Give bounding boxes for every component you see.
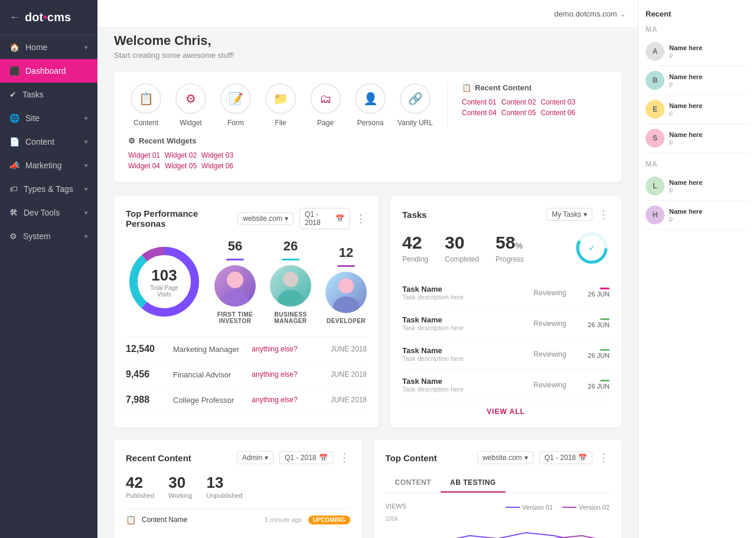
sidebar-item-tasks[interactable]: ✔ Tasks (0, 83, 97, 106)
tasks-filter-my-tasks[interactable]: My Tasks ▾ (546, 208, 592, 221)
donut-total: 103 (145, 266, 184, 284)
recent-content-menu-icon[interactable]: ⋮ (339, 451, 350, 464)
recent-content-card-header: Recent Content Admin ▾ Q1 - 2018 📅 ⋮ (126, 451, 350, 464)
list-item[interactable]: S Name here p (646, 124, 749, 153)
recent-content-links-2: Content 04 Content 05 Content 06 (462, 109, 575, 117)
recent-widget-01[interactable]: Widget 01 (128, 151, 160, 159)
sidebar-item-devtools[interactable]: 🛠 Dev Tools ▾ (0, 201, 97, 224)
calendar-icon: 📅 (578, 454, 587, 462)
qa-page-label: Page (317, 119, 334, 127)
recent-content-03[interactable]: Content 03 (540, 98, 575, 106)
task-item-2: Task Name Task description here Reviewin… (402, 339, 610, 370)
recent-widgets-links-2: Widget 04 Widget 05 Widget 06 (128, 162, 233, 170)
sidebar-item-dashboard[interactable]: ⬛ Dashboard (0, 59, 97, 83)
personas-menu-icon[interactable]: ⋮ (356, 212, 367, 225)
recent-widget-03[interactable]: Widget 03 (201, 151, 233, 159)
recent-content-filter-period[interactable]: Q1 - 2018 📅 (279, 451, 333, 464)
sidebar-item-content[interactable]: 📄 Content ▾ (0, 130, 97, 154)
persona-row-action-2[interactable]: anything else? (252, 396, 330, 404)
persona-bars: 56 First Time Investor 26 (214, 239, 367, 324)
persona-row-num-2: 7,988 (126, 394, 173, 405)
task-indicator-1 (600, 318, 610, 320)
sidebar-item-site[interactable]: 🌐 Site ▾ (0, 106, 97, 130)
recent-content-01[interactable]: Content 01 (462, 98, 497, 106)
persona-row-1: 9,456 Financial Advisor anything else? J… (126, 362, 367, 387)
task-desc-0: Task description here (402, 294, 526, 301)
qa-content[interactable]: 📋 Content (128, 83, 164, 127)
list-item[interactable]: H Name here p (646, 201, 749, 230)
qa-file[interactable]: 📁 File (263, 83, 298, 127)
donut-label: Total Page Visits (145, 284, 184, 297)
avatar: B (646, 71, 664, 90)
top-content-filter-period[interactable]: Q1 - 2018 📅 (539, 451, 592, 464)
qa-vanity-url[interactable]: 🔗 Vanity URL (397, 83, 433, 127)
qa-widget[interactable]: ⚙ Widget (173, 83, 208, 127)
svg-point-8 (278, 290, 304, 307)
qa-widget-label: Widget (180, 119, 201, 127)
dashboard-grid: Top Performance Personas website.com ▾ Q… (114, 196, 621, 428)
task-desc-2: Task description here (402, 355, 526, 362)
back-arrow-icon[interactable]: ← (9, 11, 20, 24)
persona-row-date-0: JUNE 2018 (331, 345, 367, 353)
view-all-button[interactable]: VIEW ALL (402, 407, 610, 416)
recent-content-06[interactable]: Content 06 (540, 109, 575, 117)
task-date-2: 26 JUN (588, 349, 610, 359)
top-content-tabs: CONTENT AB TESTING (386, 474, 610, 493)
list-item[interactable]: L Name here p (646, 172, 749, 201)
recent-content-05[interactable]: Content 05 (501, 109, 536, 117)
qa-page[interactable]: 🗂 Page (308, 83, 343, 127)
persona-num-1: 26 (284, 239, 298, 254)
sidebar-item-marketing[interactable]: 📣 Marketing ▾ (0, 154, 97, 177)
task-status-1: Reviewing (533, 319, 581, 328)
sidebar-item-types-tags[interactable]: 🏷 Types & Tags ▾ (0, 177, 97, 201)
home-icon: 🏠 (9, 43, 19, 52)
tab-content[interactable]: CONTENT (386, 474, 441, 493)
chevron-icon: ▾ (84, 44, 88, 51)
welcome-title: Welcome Chris, (114, 33, 621, 48)
sidebar-item-system[interactable]: ⚙ System ▾ (0, 224, 97, 248)
chevron-down-icon: ▾ (265, 454, 268, 462)
qa-persona-label: Persona (357, 119, 384, 127)
top-content-card: Top Content website.com ▾ Q1 - 2018 📅 ⋮ (374, 439, 622, 538)
qa-persona[interactable]: 👤 Persona (353, 83, 388, 127)
sidebar-item-home[interactable]: 🏠 Home ▾ (0, 35, 97, 59)
recent-content-02[interactable]: Content 02 (501, 98, 536, 106)
donut-chart: 103 Total Page Visits (126, 243, 203, 320)
persona-row-action-0[interactable]: anything else? (252, 345, 330, 353)
marketing-icon: 📣 (9, 161, 19, 170)
working-stat: 30 Working (168, 474, 192, 499)
recent-content-filter-admin[interactable]: Admin ▾ (237, 451, 273, 464)
top-content-menu-icon[interactable]: ⋮ (598, 451, 610, 464)
welcome-sub: Start creating some awesome stuff! (114, 51, 621, 60)
qa-form[interactable]: 📝 Form (218, 83, 253, 127)
task-name-1: Task Name (402, 315, 526, 324)
tasks-menu-icon[interactable]: ⋮ (598, 208, 610, 221)
recent-content-04[interactable]: Content 04 (462, 109, 497, 117)
recent-widget-05[interactable]: Widget 05 (165, 162, 197, 170)
list-item[interactable]: B Name here p (646, 66, 749, 95)
recent-widget-02[interactable]: Widget 02 (165, 151, 197, 159)
task-item-1: Task Name Task description here Reviewin… (402, 308, 610, 339)
task-item-3: Task Name Task description here Reviewin… (402, 370, 610, 400)
personas-filter-period[interactable]: Q1 - 2018 📅 (299, 208, 350, 229)
right-sidebar-title: Recent (646, 9, 749, 18)
site-icon: 🌐 (9, 113, 19, 123)
donut-center: 103 Total Page Visits (145, 266, 184, 297)
personas-card-controls: website.com ▾ Q1 - 2018 📅 ⋮ (237, 208, 367, 229)
chevron-icon: ▾ (84, 138, 88, 146)
svg-text:✓: ✓ (588, 243, 595, 253)
recent-widget-04[interactable]: Widget 04 (128, 162, 160, 170)
persona-img-1 (270, 265, 311, 307)
logo-text: dot•cms (25, 11, 71, 24)
recent-widget-06[interactable]: Widget 06 (201, 162, 233, 170)
tab-ab-testing[interactable]: AB TESTING (441, 474, 506, 493)
main-area: demo.dotcms.com ⌄ Welcome Chris, Start c… (97, 0, 756, 538)
chevron-down-icon: ▾ (524, 454, 528, 462)
personas-filter-website[interactable]: website.com ▾ (237, 212, 294, 225)
list-item[interactable]: A Name here p (646, 37, 749, 66)
top-content-filter-website[interactable]: website.com ▾ (477, 451, 533, 464)
recent-content-widget: 📋 Recent Content Content 01 Content 02 C… (462, 83, 575, 117)
persona-indicator-1 (282, 259, 299, 260)
list-item[interactable]: E Name here p (646, 95, 749, 124)
persona-row-action-1[interactable]: anything else? (252, 370, 330, 379)
